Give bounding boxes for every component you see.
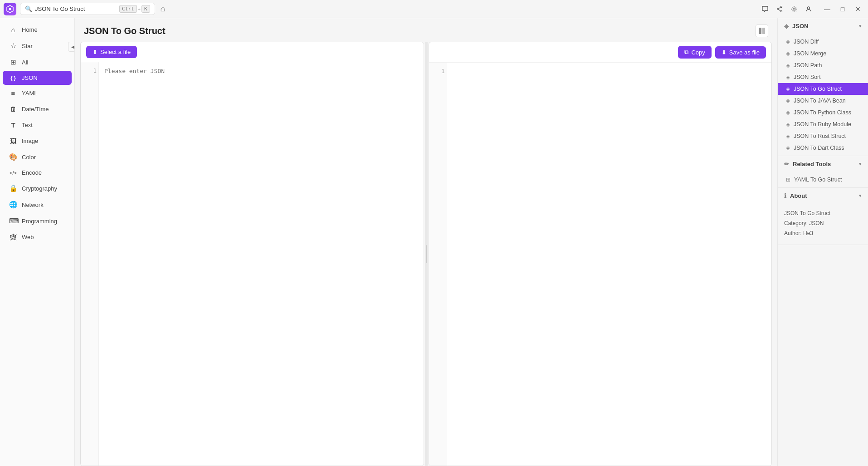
related-tools-header[interactable]: ✏ Related Tools ▾ — [778, 156, 868, 172]
sidebar-item-color[interactable]: 🎨 Color — [3, 149, 72, 165]
output-toolbar: ⧉ Copy ⬇ Save as file — [429, 42, 772, 63]
select-file-button[interactable]: ⬆ Select a file — [86, 46, 137, 58]
sidebar-item-text[interactable]: T Text — [3, 118, 72, 132]
sidebar-item-label: Date/Time — [22, 106, 49, 113]
programming-icon: ⌨ — [9, 217, 17, 225]
json-path-item[interactable]: ◈ JSON Path — [778, 59, 868, 71]
web-icon: 🕸 — [9, 233, 17, 241]
download-icon: ⬇ — [722, 49, 727, 56]
output-textarea[interactable] — [447, 63, 772, 466]
about-author: Author: He3 — [784, 229, 862, 237]
layout-toggle-button[interactable] — [756, 25, 768, 37]
comment-icon[interactable] — [760, 4, 770, 14]
page-title: JSON To Go Struct — [84, 26, 751, 36]
svg-point-1 — [9, 8, 11, 10]
item-icon: ◈ — [786, 62, 790, 69]
item-icon: ◈ — [786, 98, 790, 104]
item-icon: ◈ — [786, 121, 790, 128]
input-line-numbers: 1 — [81, 62, 99, 466]
cryptography-icon: 🔒 — [9, 184, 17, 192]
about-section: ℹ About ▾ JSON To Go Struct Category: JS… — [778, 188, 868, 245]
editor-resize-divider[interactable] — [425, 42, 428, 466]
sidebar-item-cryptography[interactable]: 🔒 Cryptography — [3, 181, 72, 196]
sidebar-item-yaml[interactable]: ≡ YAML — [3, 86, 72, 101]
sidebar-item-all[interactable]: ⊞ All — [3, 54, 72, 70]
close-button[interactable]: ✕ — [852, 3, 864, 15]
titlebar-search[interactable]: 🔍 Ctrl + K — [20, 3, 155, 15]
app-body: ◀ ⌂ Home ☆ Star ⊞ All { } JSON ≡ YAML 🗓 … — [0, 18, 868, 466]
json-to-dart-class-item[interactable]: ◈ JSON To Dart Class — [778, 142, 868, 154]
json-section-header[interactable]: ◈ JSON ▾ — [778, 18, 868, 34]
sidebar-item-label: Text — [22, 122, 33, 128]
svg-rect-9 — [759, 28, 761, 34]
json-to-ruby-module-item[interactable]: ◈ JSON To Ruby Module — [778, 118, 868, 130]
sidebar: ◀ ⌂ Home ☆ Star ⊞ All { } JSON ≡ YAML 🗓 … — [0, 18, 75, 466]
svg-point-8 — [808, 7, 810, 9]
about-section-header[interactable]: ℹ About ▾ — [778, 188, 868, 204]
sidebar-item-label: Color — [22, 154, 36, 161]
main-content: JSON To Go Struct ⬆ Select a file — [75, 18, 777, 466]
json-to-go-struct-item[interactable]: ◈ JSON To Go Struct — [778, 83, 868, 95]
sidebar-item-star[interactable]: ☆ Star — [3, 38, 72, 54]
input-textarea[interactable] — [99, 62, 424, 466]
input-editor-area: 1 — [81, 62, 424, 466]
svg-point-7 — [793, 8, 795, 10]
maximize-button[interactable]: □ — [836, 3, 849, 15]
json-diff-item[interactable]: ◈ JSON Diff — [778, 36, 868, 48]
yaml-to-go-struct-item[interactable]: ⊞ YAML To Go Struct — [778, 174, 868, 186]
share-icon[interactable] — [775, 4, 785, 14]
input-panel: ⬆ Select a file 1 — [80, 42, 424, 466]
svg-point-3 — [781, 10, 782, 12]
sidebar-item-label: Image — [22, 137, 38, 144]
datetime-icon: 🗓 — [9, 105, 17, 113]
minimize-button[interactable]: — — [821, 3, 834, 15]
json-to-python-class-item[interactable]: ◈ JSON To Python Class — [778, 107, 868, 118]
sidebar-item-image[interactable]: 🖼 Image — [3, 133, 72, 148]
text-icon: T — [9, 121, 17, 129]
sidebar-item-json[interactable]: { } JSON — [3, 71, 72, 85]
editors-row: ⬆ Select a file 1 ⧉ Copy — [75, 42, 777, 466]
save-as-file-button[interactable]: ⬇ Save as file — [715, 46, 766, 59]
search-input[interactable] — [35, 5, 117, 12]
sidebar-collapse-button[interactable]: ◀ — [68, 42, 75, 52]
input-toolbar: ⬆ Select a file — [81, 42, 424, 62]
json-to-java-bean-item[interactable]: ◈ JSON To JAVA Bean — [778, 95, 868, 107]
settings-icon[interactable] — [789, 4, 799, 14]
item-icon: ◈ — [786, 39, 790, 45]
copy-button[interactable]: ⧉ Copy — [678, 46, 711, 59]
page-header: JSON To Go Struct — [75, 18, 777, 42]
svg-point-4 — [777, 8, 779, 10]
home-button[interactable]: ⌂ — [161, 4, 166, 14]
json-sort-item[interactable]: ◈ JSON Sort — [778, 71, 868, 83]
json-section-items: ◈ JSON Diff ◈ JSON Merge ◈ JSON Path ◈ J… — [778, 34, 868, 156]
profile-icon[interactable] — [804, 4, 814, 14]
sidebar-item-encode[interactable]: </> Encode — [3, 166, 72, 180]
color-icon: 🎨 — [9, 153, 17, 161]
sidebar-item-label: Encode — [22, 169, 42, 176]
svg-rect-10 — [762, 28, 765, 34]
related-tools-chevron: ▾ — [859, 161, 862, 167]
related-tools-items: ⊞ YAML To Go Struct — [778, 172, 868, 187]
output-editor-area: 1 — [429, 63, 772, 466]
item-icon: ◈ — [786, 133, 790, 139]
sidebar-item-label: Star — [22, 43, 33, 49]
app-logo — [4, 3, 16, 15]
json-to-rust-struct-item[interactable]: ◈ JSON To Rust Struct — [778, 130, 868, 142]
sidebar-item-label: Programming — [22, 218, 57, 225]
json-merge-item[interactable]: ◈ JSON Merge — [778, 48, 868, 59]
sidebar-item-datetime[interactable]: 🗓 Date/Time — [3, 102, 72, 117]
upload-icon: ⬆ — [93, 49, 98, 55]
sidebar-item-web[interactable]: 🕸 Web — [3, 230, 72, 245]
sidebar-item-network[interactable]: 🌐 Network — [3, 197, 72, 212]
search-icon: 🔍 — [25, 5, 32, 12]
encode-icon: </> — [9, 170, 17, 176]
sidebar-item-label: Cryptography — [22, 185, 57, 192]
about-chevron: ▾ — [859, 193, 862, 199]
svg-line-6 — [778, 9, 780, 10]
sidebar-item-programming[interactable]: ⌨ Programming — [3, 213, 72, 229]
sidebar-item-home[interactable]: ⌂ Home — [3, 22, 72, 37]
sidebar-item-label: YAML — [22, 90, 37, 97]
svg-line-5 — [778, 7, 780, 8]
star-icon: ☆ — [9, 42, 17, 50]
json-section: ◈ JSON ▾ ◈ JSON Diff ◈ JSON Merge ◈ JSON… — [778, 18, 868, 156]
